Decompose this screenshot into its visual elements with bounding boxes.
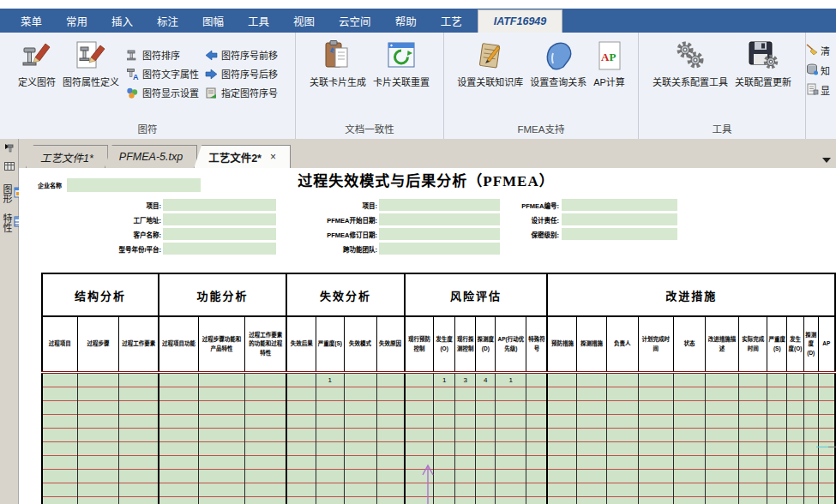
table-cell[interactable] xyxy=(476,429,496,442)
table-cell[interactable] xyxy=(673,456,705,470)
table-cell[interactable] xyxy=(434,429,455,442)
table-cell[interactable] xyxy=(42,373,77,387)
table-cell[interactable] xyxy=(787,415,804,429)
menu-tab-IATF16949[interactable]: IATF16949 xyxy=(478,9,563,33)
table-cell[interactable] xyxy=(77,442,119,456)
table-cell[interactable] xyxy=(496,442,526,456)
table-cell[interactable] xyxy=(159,401,199,415)
table-cell[interactable] xyxy=(244,387,286,401)
table-cell[interactable] xyxy=(787,429,804,442)
table-cell[interactable] xyxy=(673,429,705,442)
table-cell[interactable] xyxy=(344,442,376,456)
table-cell[interactable] xyxy=(803,429,818,442)
form-field-型号年份/平台[interactable] xyxy=(163,243,276,255)
table-cell[interactable] xyxy=(244,497,286,504)
table-cell[interactable] xyxy=(577,387,606,401)
table-cell[interactable] xyxy=(42,470,77,483)
table-cell[interactable] xyxy=(159,470,199,483)
table-cell[interactable] xyxy=(818,373,835,387)
table-cell[interactable] xyxy=(803,456,818,470)
table-cell[interactable] xyxy=(739,373,767,387)
table-cell[interactable] xyxy=(787,387,804,401)
table-cell[interactable] xyxy=(547,497,576,504)
table-cell[interactable] xyxy=(739,456,767,470)
table-cell[interactable] xyxy=(606,456,638,470)
table-cell[interactable] xyxy=(434,483,455,497)
table-cell[interactable] xyxy=(767,470,787,483)
table-cell[interactable] xyxy=(547,442,576,456)
table-cell[interactable] xyxy=(159,483,199,497)
table-cell[interactable] xyxy=(376,373,404,387)
table-cell[interactable] xyxy=(526,483,548,497)
table-cell[interactable] xyxy=(434,497,455,504)
table-cell[interactable] xyxy=(577,415,606,429)
table-cell[interactable] xyxy=(526,456,548,470)
table-cell[interactable] xyxy=(496,429,526,442)
table-cell[interactable] xyxy=(376,470,404,483)
menu-tab-菜单[interactable]: 菜单 xyxy=(9,9,54,33)
table-cell[interactable] xyxy=(316,415,344,429)
table-cell[interactable] xyxy=(344,387,376,401)
table-cell[interactable] xyxy=(739,497,767,504)
table-cell[interactable] xyxy=(77,470,119,483)
table-cell[interactable] xyxy=(42,442,77,456)
table-cell[interactable] xyxy=(606,442,638,456)
table-cell[interactable] xyxy=(119,497,159,504)
table-cell[interactable] xyxy=(673,401,705,415)
table-cell[interactable] xyxy=(454,470,476,483)
table-cell[interactable] xyxy=(316,470,344,483)
table-cell[interactable] xyxy=(434,442,455,456)
table-cell[interactable] xyxy=(787,373,804,387)
table-cell[interactable] xyxy=(818,483,835,497)
table-cell[interactable] xyxy=(344,415,376,429)
table-cell[interactable] xyxy=(476,442,496,456)
button-关联关系配置工具[interactable]: 关联关系配置工具 xyxy=(649,37,731,91)
table-cell[interactable] xyxy=(77,483,119,497)
button-设置查询关系[interactable]: 设置查询关系 xyxy=(526,37,590,91)
table-cell[interactable] xyxy=(77,456,119,470)
table-cell[interactable] xyxy=(376,483,404,497)
table-cell[interactable] xyxy=(199,401,245,415)
table-cell[interactable] xyxy=(376,497,404,504)
table-cell[interactable] xyxy=(638,373,673,387)
table-cell[interactable] xyxy=(496,497,526,504)
table-cell[interactable] xyxy=(606,483,638,497)
company-name-field[interactable] xyxy=(67,178,201,192)
table-cell[interactable] xyxy=(405,429,434,442)
table-cell[interactable] xyxy=(77,373,119,387)
table-cell[interactable] xyxy=(77,415,119,429)
button-卡片关联重置[interactable]: 卡片关联重置 xyxy=(370,37,433,91)
table-cell[interactable] xyxy=(606,401,638,415)
panel-pin-icon[interactable] xyxy=(4,141,15,157)
table-cell[interactable]: 3 xyxy=(454,373,476,387)
table-cell[interactable] xyxy=(818,387,835,401)
panel-grid-icon[interactable] xyxy=(4,159,15,174)
menu-tab-图幅[interactable]: 图幅 xyxy=(190,9,236,33)
table-cell[interactable] xyxy=(547,483,576,497)
table-cell[interactable] xyxy=(434,387,455,401)
button-定义图符[interactable]: 定义图符 xyxy=(15,37,59,91)
table-cell[interactable] xyxy=(577,470,606,483)
button-图符排序[interactable]: 图符排序 xyxy=(123,45,201,64)
button-显[interactable]: 显 xyxy=(806,83,836,97)
table-cell[interactable] xyxy=(705,497,738,504)
table-cell[interactable] xyxy=(376,401,404,415)
table-cell[interactable] xyxy=(286,415,316,429)
table-cell[interactable] xyxy=(526,497,548,504)
table-cell[interactable] xyxy=(496,470,526,483)
table-cell[interactable] xyxy=(673,442,705,456)
tab-overflow-icon[interactable] xyxy=(822,158,831,163)
table-cell[interactable] xyxy=(739,401,767,415)
table-cell[interactable] xyxy=(42,456,77,470)
table-cell[interactable] xyxy=(454,442,476,456)
table-cell[interactable] xyxy=(42,497,77,504)
table-cell[interactable] xyxy=(199,497,245,504)
table-cell[interactable] xyxy=(476,497,496,504)
form-field-保密级别[interactable] xyxy=(562,228,677,240)
form-field-跨功能团队[interactable] xyxy=(379,243,500,255)
button-设置关联知识库[interactable]: 设置关联知识库 xyxy=(454,37,526,91)
table-cell[interactable] xyxy=(159,373,199,387)
button-指定图符序号[interactable]: 指定图符序号 xyxy=(201,83,280,102)
table-cell[interactable] xyxy=(199,442,245,456)
table-cell[interactable] xyxy=(405,442,434,456)
